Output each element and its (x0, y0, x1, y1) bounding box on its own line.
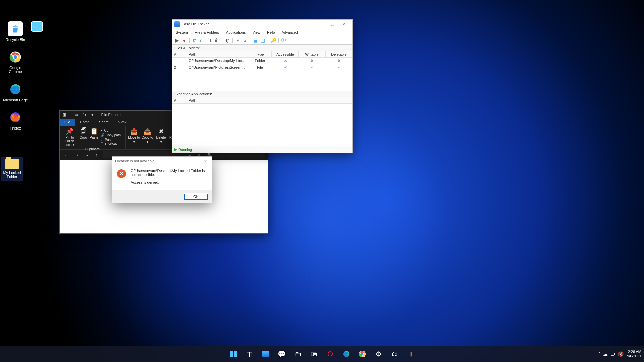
play-icon[interactable]: ▶ (174, 37, 180, 44)
taskbar-edge[interactable] (340, 347, 353, 361)
key-icon[interactable]: 🔑 (270, 37, 277, 44)
tab-home[interactable]: Home (75, 119, 94, 126)
widgets-button[interactable] (259, 347, 273, 361)
menu-help[interactable]: Help (264, 29, 278, 35)
error-icon: ✕ (117, 169, 126, 178)
error-dialog: Location is not available ✕ ✕ C:\Users\a… (112, 156, 212, 203)
window-icon[interactable]: ▣ (252, 37, 259, 44)
paste-button[interactable]: 📋Paste (89, 127, 99, 147)
paste-shortcut-button[interactable]: 🗂Paste shortcut (100, 138, 123, 146)
desktop-icon-locked-folder[interactable]: My Locked Folder (1, 157, 23, 181)
tray-overflow-icon[interactable]: ˄ (598, 351, 600, 357)
taskbar: ◫ 💬 🗀 🛍 O ⚙ 🗂 ⦀ ˄ ☁ 🖵 🔇 2:26 AM 9/6/2021 (0, 346, 644, 362)
close-button[interactable]: ✕ (338, 20, 350, 28)
start-button[interactable] (227, 347, 240, 361)
taskbar-opera[interactable]: O (324, 347, 337, 361)
chat-button[interactable]: 💬 (275, 347, 289, 361)
close-button[interactable]: ✕ (202, 158, 209, 164)
info-icon[interactable]: ⓘ (280, 37, 287, 44)
desktop-icon-firefox[interactable]: Firefox (3, 110, 28, 130)
taskbar-clock[interactable]: 2:26 AM 9/6/2021 (627, 350, 641, 358)
copy-to-button[interactable]: 📥Copy to▾ (141, 127, 154, 144)
col-type[interactable]: Type (248, 51, 272, 57)
contrast-icon[interactable]: ◐ (224, 37, 231, 44)
menu-applications[interactable]: Applications (222, 29, 249, 35)
efl-titlebar[interactable]: Easy File Locker ─ ▢ ✕ (172, 20, 352, 29)
col-path[interactable]: Path (187, 51, 248, 57)
nav-forward-button[interactable]: → (72, 151, 81, 159)
copy-button[interactable]: 🗐Copy (79, 127, 88, 147)
copy-path-button[interactable]: 🔗Copy path (100, 133, 123, 137)
qat-dropdown-icon[interactable]: ▾ (90, 112, 95, 117)
recycle-bin-icon (8, 21, 23, 36)
desktop-icon-app[interactable] (24, 21, 50, 33)
down-icon[interactable]: ▾ (234, 37, 241, 44)
up-icon[interactable]: ▴ (242, 37, 248, 44)
nav-back-button[interactable]: ← (62, 151, 70, 159)
col-deletable[interactable]: Deletable (326, 51, 352, 57)
taskbar-app1[interactable]: 🗂 (388, 347, 401, 361)
cut-button[interactable]: ✂Cut (100, 128, 123, 133)
easy-file-locker-window: Easy File Locker ─ ▢ ✕ System Files & Fo… (172, 19, 353, 153)
desktop-icon-label: Google Chrome (3, 66, 28, 74)
nav-up-button[interactable]: ↑ (93, 151, 101, 159)
menubar: System Files & Folders Applications View… (172, 29, 352, 36)
tab-view[interactable]: View (113, 119, 131, 126)
tab-share[interactable]: Share (94, 119, 113, 126)
desktop-icon-label: Microsoft Edge (3, 98, 28, 102)
add-folder-icon[interactable]: 🗀 (199, 37, 205, 44)
svg-rect-8 (234, 354, 237, 357)
col-path[interactable]: Path (187, 97, 352, 103)
firefox-icon (8, 110, 23, 125)
table-row[interactable]: 1 C:\Users\avram\Desktop\My Locked Folde… (172, 58, 352, 64)
taskbar-app2[interactable]: ⦀ (404, 347, 417, 361)
menu-view[interactable]: View (249, 29, 264, 35)
copy-icon: 🗐 (81, 127, 87, 135)
pin-quick-access-button[interactable]: 📌Pin to Quick access (62, 127, 78, 147)
qat-icon[interactable]: ▭ (73, 112, 79, 117)
minimize-button[interactable]: ─ (314, 20, 326, 28)
tray-cloud-icon[interactable]: ☁ (603, 351, 608, 357)
maximize-button[interactable]: ▢ (326, 20, 338, 28)
edit-icon[interactable]: 🗒 (206, 37, 213, 44)
toolbar: ▶ ● 🗎 🗀 🗒 🗑 ◐ ▾ ▴ ▣ ◫ 🔑 ⓘ (172, 36, 352, 45)
tray-volume-icon[interactable]: 🔇 (618, 351, 624, 357)
col-num[interactable]: # (172, 97, 187, 103)
menu-files[interactable]: Files & Folders (191, 29, 222, 35)
taskbar-store[interactable]: 🛍 (307, 347, 321, 361)
svg-rect-7 (230, 354, 233, 357)
tab-file[interactable]: File (60, 119, 75, 126)
edge-icon (8, 82, 23, 97)
task-view-button[interactable]: ◫ (243, 347, 256, 361)
menu-system[interactable]: System (172, 29, 191, 35)
desktop-icon-edge[interactable]: Microsoft Edge (3, 82, 28, 102)
nav-history-button[interactable]: ⌄ (83, 151, 91, 159)
desktop-icon-chrome[interactable]: Google Chrome (3, 50, 28, 74)
add-file-icon[interactable]: 🗎 (191, 37, 198, 44)
taskbar-chrome[interactable] (356, 347, 369, 361)
tray-monitor-icon[interactable]: 🖵 (610, 351, 615, 357)
remove-icon[interactable]: 🗑 (213, 37, 220, 44)
qat-icon[interactable]: 🗀 (82, 112, 87, 117)
window2-icon[interactable]: ◫ (259, 37, 266, 44)
record-icon[interactable]: ● (181, 37, 188, 44)
move-to-button[interactable]: 📤Move to▾ (128, 127, 140, 144)
delete-icon: ✖ (159, 127, 164, 135)
delete-button[interactable]: ✖Delete▾ (154, 127, 168, 144)
system-tray: ˄ ☁ 🖵 🔇 2:26 AM 9/6/2021 (598, 350, 641, 358)
svg-rect-5 (230, 351, 233, 354)
ok-button[interactable]: OK (184, 193, 208, 200)
table-row[interactable]: 2 C:\Users\avram\Pictures\Screenshots\Sc… (172, 64, 352, 71)
app-icon (174, 21, 180, 27)
col-num[interactable]: # (172, 51, 187, 57)
copy-path-icon: 🔗 (100, 133, 104, 137)
col-writable[interactable]: Writable (299, 51, 326, 57)
taskbar-settings[interactable]: ⚙ (372, 347, 385, 361)
dialog-titlebar[interactable]: Location is not available ✕ (112, 157, 212, 165)
taskbar-explorer[interactable]: 🗀 (291, 347, 305, 361)
menu-advanced[interactable]: Advanced (278, 29, 301, 35)
separator (278, 38, 279, 43)
col-accessible[interactable]: Accessible (272, 51, 299, 57)
svg-point-11 (361, 353, 363, 355)
move-icon: 📤 (130, 127, 138, 135)
